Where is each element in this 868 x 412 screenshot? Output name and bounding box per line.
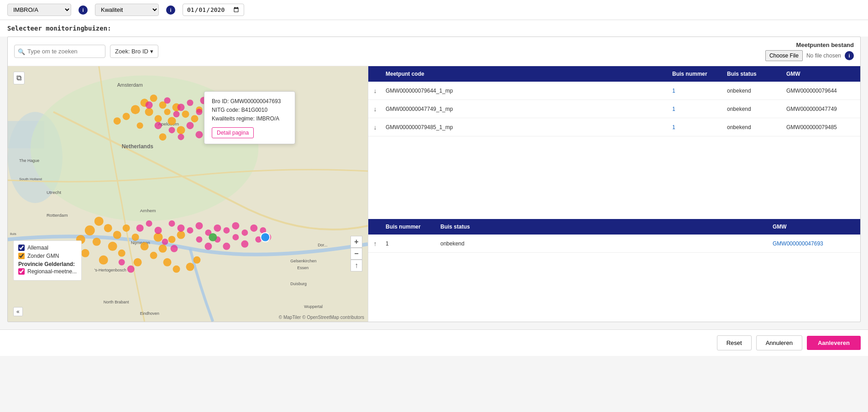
svg-point-114	[127, 266, 135, 273]
svg-point-36	[168, 117, 176, 125]
detail-pagina-button[interactable]: Detail pagina	[212, 127, 254, 138]
svg-point-116	[261, 233, 270, 242]
svg-point-109	[232, 234, 239, 240]
svg-point-51	[93, 238, 101, 246]
legend-checkbox-zonder-gmn[interactable]	[18, 253, 25, 259]
svg-point-50	[123, 224, 130, 232]
lower-table-row[interactable]: ↑ 1 onbekend GMW000000047693	[368, 235, 860, 253]
row3-buis[interactable]: 1	[669, 120, 723, 134]
zoom-reset-button[interactable]: ↑	[350, 260, 362, 271]
lower-table-header: Buis nummer Buis status GMW	[368, 219, 860, 235]
popup-bro-id: Bro ID: GMW000000047693	[212, 97, 288, 106]
svg-point-64	[163, 258, 172, 266]
svg-point-75	[196, 109, 202, 115]
svg-point-108	[223, 243, 230, 250]
dropdown-imbro[interactable]: IMBRO/A	[7, 4, 71, 16]
svg-point-70	[146, 101, 153, 109]
row2-meetpunt: GMW000000047749_1_mp	[382, 102, 669, 116]
search-wrap: 🔍	[14, 45, 105, 58]
upper-table-header: Meetpunt code Buis nummer Buis status GM…	[368, 66, 860, 82]
annuleren-button[interactable]: Annuleren	[756, 335, 802, 350]
svg-text:Rotterdam: Rotterdam	[47, 213, 68, 218]
svg-point-54	[132, 234, 139, 241]
svg-point-96	[195, 222, 203, 229]
main-container: 🔍 Zoek: Bro ID ▾ Meetpunten bestand Choo…	[7, 37, 861, 322]
row1-status: onbekend	[723, 84, 783, 98]
content-area: Amsterdam Apeldoorn Netherlands The Hagu…	[8, 66, 860, 322]
svg-point-113	[119, 259, 125, 266]
zoom-in-button[interactable]: +	[350, 236, 362, 248]
svg-text:Duisburg: Duisburg	[290, 282, 307, 286]
chevron-down-icon: ▾	[150, 48, 153, 55]
svg-point-31	[155, 115, 162, 122]
legend-item-allemaal: Allemaal	[18, 245, 77, 251]
info-icon-1[interactable]: i	[78, 5, 88, 15]
toolbar: 🔍 Zoek: Bro ID ▾ Meetpunten bestand Choo…	[8, 37, 860, 66]
lower-header-gmw: GMW	[769, 224, 860, 230]
svg-point-98	[214, 224, 221, 232]
svg-text:Essen: Essen	[297, 266, 309, 270]
row2-buis[interactable]: 1	[669, 102, 723, 116]
map-popup: Bro ID: GMW000000047693 NITG code: B41G0…	[204, 91, 295, 144]
svg-point-41	[177, 126, 185, 134]
lower-table-body: ↑ 1 onbekend GMW000000047693	[368, 235, 860, 253]
svg-point-101	[241, 229, 248, 236]
svg-point-111	[162, 239, 168, 245]
row1-buis[interactable]: 1	[669, 84, 723, 98]
table-row[interactable]: ↓ GMW000000047749_1_mp 1 onbekend GMW000…	[368, 100, 860, 118]
info-icon-2[interactable]: i	[166, 5, 175, 15]
svg-text:Eindhoven: Eindhoven	[140, 311, 159, 316]
svg-point-86	[195, 131, 203, 138]
svg-point-47	[85, 225, 95, 235]
svg-point-33	[114, 117, 121, 125]
svg-point-85	[178, 134, 184, 140]
search-input[interactable]	[14, 45, 105, 58]
svg-point-46	[104, 224, 112, 232]
legend-checkbox-allemaal[interactable]	[18, 245, 25, 251]
svg-point-117	[209, 233, 217, 241]
svg-point-37	[191, 115, 198, 122]
collapse-button[interactable]: «	[13, 307, 23, 316]
layer-icon[interactable]: ⧉	[13, 72, 25, 84]
svg-point-34	[182, 110, 189, 118]
aanleveren-button[interactable]: Aanleveren	[807, 336, 861, 350]
spacer-upper	[368, 151, 860, 219]
top-bar: IMBRO/A i Kwaliteit i	[0, 0, 868, 20]
table-row[interactable]: ↓ GMW000000079485_1_mp 1 onbekend GMW000…	[368, 118, 860, 136]
svg-point-27	[145, 108, 153, 116]
date-input[interactable]	[183, 4, 244, 16]
svg-point-58	[141, 242, 149, 250]
right-panel: Meetpunt code Buis nummer Buis status GM…	[368, 66, 860, 322]
lower-header-arrow	[368, 224, 382, 230]
svg-point-48	[113, 231, 121, 239]
legend-item-zonder-gmn: Zonder GMN	[18, 253, 77, 259]
svg-point-45	[94, 217, 104, 226]
table-row[interactable]: ↓ GMW000000079644_1_mp 1 onbekend GMW000…	[368, 82, 860, 100]
legend-checkbox-regionaal[interactable]	[18, 268, 25, 275]
info-icon-file[interactable]: i	[845, 51, 854, 60]
spacer-lower	[368, 253, 860, 322]
file-row: Choose File No file chosen i	[765, 50, 854, 61]
svg-point-32	[137, 122, 143, 129]
reset-button[interactable]: Reset	[717, 335, 752, 350]
lower-row1-gmw: GMW000000047693	[769, 237, 860, 250]
zoom-out-button[interactable]: −	[350, 248, 362, 260]
meetpunten-label: Meetpunten bestand	[796, 42, 854, 48]
popup-nitg: NITG code: B41G0010	[212, 106, 288, 115]
svg-text:'s-Hertogenbosch: 's-Hertogenbosch	[94, 268, 126, 272]
map-area[interactable]: Amsterdam Apeldoorn Netherlands The Hagu…	[8, 66, 368, 322]
svg-point-65	[173, 266, 180, 273]
svg-point-57	[99, 256, 108, 265]
row1-gmw: GMW000000079644	[783, 84, 860, 98]
svg-text:Dor...: Dor...	[318, 243, 327, 247]
svg-text:Arnhem: Arnhem	[140, 208, 156, 213]
svg-point-42	[159, 133, 167, 141]
search-by-dropdown[interactable]: Zoek: Bro ID ▾	[110, 45, 158, 58]
svg-point-105	[196, 236, 202, 243]
row3-gmw: GMW000000079485	[783, 120, 860, 134]
choose-file-button[interactable]: Choose File	[765, 50, 803, 61]
svg-point-55	[81, 249, 89, 257]
svg-text:Netherlands: Netherlands	[122, 143, 154, 150]
no-file-text: No file chosen	[806, 52, 841, 59]
dropdown-kwaliteit[interactable]: Kwaliteit	[95, 4, 159, 16]
